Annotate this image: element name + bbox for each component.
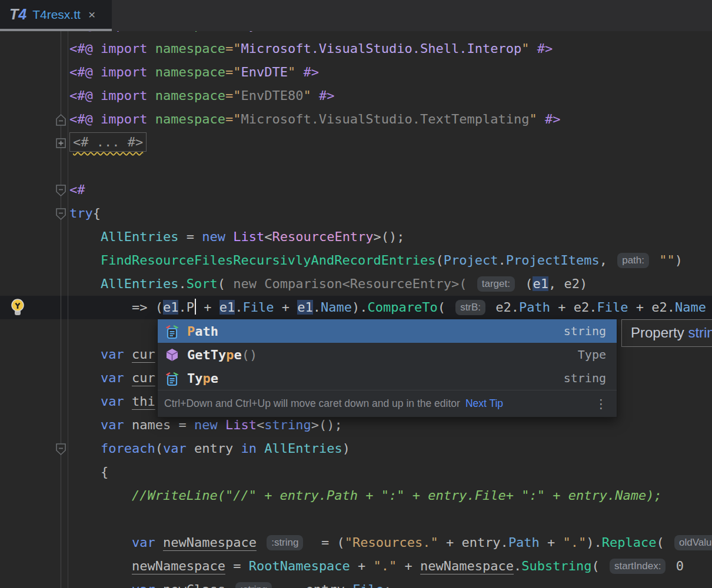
- fold-open-icon[interactable]: [55, 208, 66, 223]
- completion-item[interactable]: Pathstring: [158, 319, 617, 343]
- code-token: //WriteLine("//" + entry.Path + ":" + en…: [69, 488, 662, 503]
- code-line[interactable]: var newNamespace :string = ("Resources."…: [69, 531, 712, 554]
- inline-hint: path:: [617, 253, 649, 268]
- code-token: FindResourceFilesRecursivlyAndRecordEntr…: [101, 253, 436, 268]
- code-token: <#@: [69, 88, 101, 103]
- code-token: import: [101, 31, 155, 32]
- code-line[interactable]: <#@ import namespace="EnvDTE" #>: [69, 61, 319, 84]
- code-token: File: [352, 582, 384, 588]
- code-line[interactable]: newNamespace = RootNamespace + "." + new…: [69, 554, 684, 578]
- code-token: [295, 65, 303, 79]
- code-token: [124, 347, 132, 362]
- fold-collapsed-icon[interactable]: [55, 138, 66, 151]
- code-token: namespace: [155, 41, 225, 56]
- code-line[interactable]: <#@ import namespace="EnvDTE80" #>: [69, 84, 334, 108]
- completion-item-type: string: [564, 324, 606, 338]
- completion-item-type: string: [564, 371, 606, 385]
- code-token: thi: [132, 394, 155, 409]
- code-token: namespace: [155, 31, 225, 32]
- code-token: Path: [519, 300, 550, 315]
- code-token: [225, 582, 233, 588]
- code-token: var: [132, 582, 155, 588]
- code-line[interactable]: foreach(var entry in AllEntries): [69, 437, 350, 460]
- close-icon[interactable]: ×: [88, 8, 95, 22]
- code-token: ;: [384, 582, 391, 588]
- code-token: e2.: [488, 300, 519, 315]
- ide-window: T4 T4resx.tt × <#@ import namespace="Sys…: [0, 0, 712, 588]
- inline-hint: target:: [477, 276, 515, 292]
- code-token: var: [132, 535, 155, 550]
- code-token: [530, 41, 537, 56]
- code-token: #>: [303, 31, 319, 32]
- completion-item-label: GetType(): [187, 348, 257, 362]
- code-token: <#@: [69, 41, 101, 56]
- code-token: =": [225, 112, 241, 126]
- code-token: import: [101, 65, 155, 79]
- code-line[interactable]: FindResourceFilesRecursivlyAndRecordEntr…: [69, 249, 683, 272]
- code-line[interactable]: var cur: [69, 343, 155, 366]
- code-token: <: [257, 417, 264, 432]
- code-line[interactable]: var newClass :string = entry.File;: [69, 578, 391, 588]
- code-token: in: [241, 441, 257, 456]
- code-line[interactable]: try{: [69, 202, 101, 225]
- code-token: e1: [219, 300, 235, 315]
- code-token: ": [288, 65, 295, 79]
- code-token: ": [521, 41, 529, 56]
- code-token: entry: [187, 441, 241, 456]
- code-token: [69, 253, 101, 268]
- completion-popup-footer: Ctrl+Down and Ctrl+Up will move caret do…: [158, 390, 617, 417]
- code-token: import: [101, 112, 155, 126]
- code-token: var: [163, 441, 187, 456]
- code-token: Name: [321, 300, 352, 315]
- code-line[interactable]: => (e1.P + e1.File + e1.Name).CompareTo(…: [69, 296, 706, 319]
- code-token: Microsoft.VisualStudio.TextTemplating: [241, 112, 529, 126]
- fold-open-icon[interactable]: [55, 184, 66, 199]
- lightbulb-icon[interactable]: [10, 298, 25, 319]
- code-token: Project: [444, 253, 498, 268]
- code-line[interactable]: AllEntries = new List<ResourceEntry>();: [69, 225, 405, 249]
- code-token: ).: [586, 535, 602, 550]
- code-token: , e2): [548, 276, 587, 291]
- code-token: ,: [600, 253, 615, 268]
- code-line[interactable]: <# ... #>: [69, 131, 147, 154]
- completion-item[interactable]: Typestring: [158, 366, 617, 390]
- completion-item[interactable]: GetType()Type: [158, 343, 617, 366]
- code-token: ".": [374, 559, 397, 573]
- code-token: =: [178, 229, 202, 244]
- code-token: [69, 276, 101, 291]
- code-token: #>: [537, 41, 553, 56]
- fold-open-icon[interactable]: [55, 443, 66, 458]
- code-token: +: [350, 559, 374, 573]
- code-line[interactable]: {: [69, 460, 108, 484]
- code-line[interactable]: //WriteLine("//" + entry.Path + ":" + en…: [69, 484, 662, 507]
- code-line[interactable]: var thi: [69, 390, 155, 413]
- code-line[interactable]: var cur: [69, 366, 155, 390]
- code-token: [69, 559, 132, 573]
- code-editor[interactable]: <#@ import namespace="System" #><#@ impo…: [0, 31, 712, 588]
- code-line[interactable]: <#@ import namespace="System" #>: [69, 31, 319, 37]
- code-token: string: [264, 417, 311, 432]
- code-token: e1: [297, 300, 313, 315]
- code-line[interactable]: AllEntries.Sort( new Comparison<Resource…: [69, 272, 587, 296]
- completion-item-type: Type: [578, 348, 606, 362]
- fold-end-icon[interactable]: [55, 113, 66, 129]
- code-line[interactable]: <#@ import namespace="Microsoft.VisualSt…: [69, 37, 553, 61]
- next-tip-link[interactable]: Next Tip: [465, 397, 503, 410]
- code-token: .: [178, 276, 186, 291]
- code-token: + e2.: [550, 300, 597, 315]
- code-token: +: [196, 300, 219, 315]
- code-token: names =: [124, 417, 194, 432]
- code-token: (: [436, 253, 444, 268]
- code-line[interactable]: <#: [69, 178, 85, 202]
- code-token: <# ... #>: [69, 132, 147, 152]
- code-token: [69, 347, 101, 362]
- code-token: ".": [563, 535, 587, 550]
- code-token: = (: [305, 535, 344, 550]
- tab-t4resx[interactable]: T4 T4resx.tt ×: [0, 0, 112, 29]
- code-token: ": [303, 88, 311, 103]
- code-token: {: [93, 206, 101, 220]
- more-dots-icon[interactable]: ⋮: [595, 397, 608, 411]
- code-token: .: [235, 300, 242, 315]
- code-line[interactable]: <#@ import namespace="Microsoft.VisualSt…: [69, 108, 561, 131]
- code-token: +: [540, 535, 563, 550]
